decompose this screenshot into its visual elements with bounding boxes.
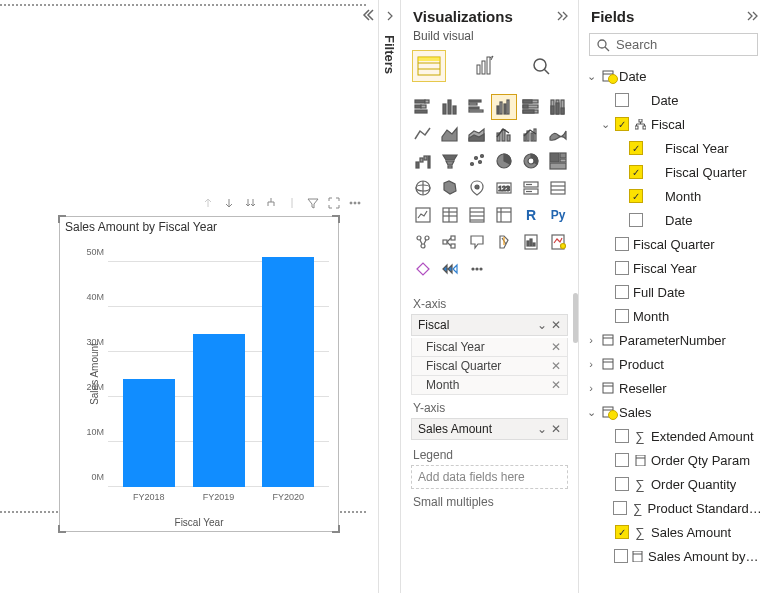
viz-line-stacked-column[interactable] [492,122,516,146]
expand-icon[interactable] [384,10,396,25]
viz-card[interactable] [519,176,543,200]
remove-icon[interactable]: ✕ [551,340,561,354]
remove-icon[interactable]: ✕ [551,378,561,392]
drill-up-icon[interactable] [198,193,218,213]
bar-chart-visual[interactable]: Sales Amount by Fiscal Year Sales Amount… [59,216,339,532]
viz-funnel[interactable] [438,149,462,173]
checkbox[interactable] [613,501,627,515]
field-full-date[interactable]: Full Date [585,280,762,304]
resize-handle[interactable] [58,521,70,533]
field-fiscal-year[interactable]: Fiscal Year [585,256,762,280]
viz-decomposition[interactable] [438,230,462,254]
field-fiscal[interactable]: ⌄Fiscal [585,112,762,136]
viz-line[interactable] [411,122,435,146]
chevron-down-icon[interactable]: ⌄ [537,318,547,332]
field-sales-amount-du[interactable]: Sales Amount by Du... [585,544,762,568]
viz-python[interactable]: Py [546,203,570,227]
viz-map[interactable] [411,176,435,200]
bar-fy2018[interactable] [123,379,175,487]
checkbox[interactable] [629,141,643,155]
legend-well[interactable]: Add data fields here [411,465,568,489]
chevron-down-icon[interactable]: ⌄ [537,422,547,436]
viz-pie[interactable] [492,149,516,173]
viz-100-stacked-bar[interactable] [519,95,543,119]
checkbox[interactable] [615,525,629,539]
focus-mode-icon[interactable] [324,193,344,213]
remove-icon[interactable]: ✕ [551,422,561,436]
checkbox[interactable] [615,93,629,107]
scrollbar-thumb[interactable] [573,293,578,343]
checkbox[interactable] [615,237,629,251]
filter-icon[interactable] [303,193,323,213]
checkbox[interactable] [615,117,629,131]
field-fiscal-date[interactable]: Date [585,208,762,232]
viz-treemap[interactable] [546,149,570,173]
bar-fy2019[interactable] [193,334,245,487]
checkbox[interactable] [614,549,628,563]
checkbox[interactable] [615,477,629,491]
viz-multi-card[interactable] [546,176,570,200]
field-fiscal-quarter[interactable]: Fiscal Quarter [585,160,762,184]
viz-area[interactable] [438,122,462,146]
resize-handle[interactable] [328,521,340,533]
search-input[interactable]: Search [589,33,758,56]
viz-stacked-bar[interactable] [411,95,435,119]
resize-handle[interactable] [58,215,70,227]
checkbox[interactable] [629,165,643,179]
collapse-filters-icon[interactable] [360,8,374,25]
viz-donut[interactable] [519,149,543,173]
viz-key-influencers[interactable] [411,230,435,254]
expand-icon[interactable] [746,8,758,25]
viz-stacked-column[interactable] [438,95,462,119]
xaxis-subfield[interactable]: Fiscal Quarter✕ [411,357,568,376]
viz-line-clustered-column[interactable] [519,122,543,146]
viz-gauge[interactable]: 123 [492,176,516,200]
remove-icon[interactable]: ✕ [551,318,561,332]
xaxis-subfield[interactable]: Fiscal Year✕ [411,338,568,357]
field-order-qty-param[interactable]: Order Qty Param [585,448,762,472]
field-extended-amount[interactable]: ∑Extended Amount [585,424,762,448]
viz-waterfall[interactable] [411,149,435,173]
build-visual-tab[interactable] [413,51,445,81]
viz-stacked-area[interactable] [465,122,489,146]
viz-ribbon[interactable] [546,122,570,146]
table-reseller[interactable]: ›Reseller [585,376,762,400]
table-product[interactable]: ›Product [585,352,762,376]
checkbox[interactable] [615,429,629,443]
expand-all-icon[interactable] [240,193,260,213]
viz-azure-map[interactable] [465,176,489,200]
yaxis-well[interactable]: Sales Amount ⌄✕ [411,418,568,440]
report-canvas[interactable]: Sales Amount by Fiscal Year Sales Amount… [0,0,378,593]
field-fiscal-quarter[interactable]: Fiscal Quarter [585,232,762,256]
viz-table[interactable] [465,203,489,227]
table-date[interactable]: ⌄Date [585,64,762,88]
analytics-tab[interactable] [525,51,557,81]
checkbox[interactable] [615,261,629,275]
checkbox[interactable] [629,189,643,203]
field-date-date[interactable]: Date [585,88,762,112]
field-fiscal-year[interactable]: Fiscal Year [585,136,762,160]
remove-icon[interactable]: ✕ [551,359,561,373]
viz-get-more[interactable] [438,257,462,281]
viz-narrative[interactable] [492,230,516,254]
checkbox[interactable] [615,453,629,467]
next-level-icon[interactable] [261,193,281,213]
xaxis-subfield[interactable]: Month✕ [411,376,568,395]
field-month[interactable]: Month [585,304,762,328]
viz-power-automate[interactable] [411,257,435,281]
format-visual-tab[interactable] [469,51,501,81]
checkbox[interactable] [629,213,643,227]
field-order-quantity[interactable]: ∑Order Quantity [585,472,762,496]
viz-matrix[interactable] [492,203,516,227]
viz-100-stacked-column[interactable] [546,95,570,119]
field-fiscal-month[interactable]: Month [585,184,762,208]
more-icon[interactable] [345,193,365,213]
bar-fy2020[interactable] [262,257,314,487]
viz-scatter[interactable] [465,149,489,173]
viz-filled-map[interactable] [438,176,462,200]
viz-qa[interactable] [465,230,489,254]
field-sales-amount[interactable]: ∑Sales Amount [585,520,762,544]
field-std-cost[interactable]: ∑Product Standard Cost [585,496,762,520]
viz-slicer[interactable] [438,203,462,227]
checkbox[interactable] [615,285,629,299]
